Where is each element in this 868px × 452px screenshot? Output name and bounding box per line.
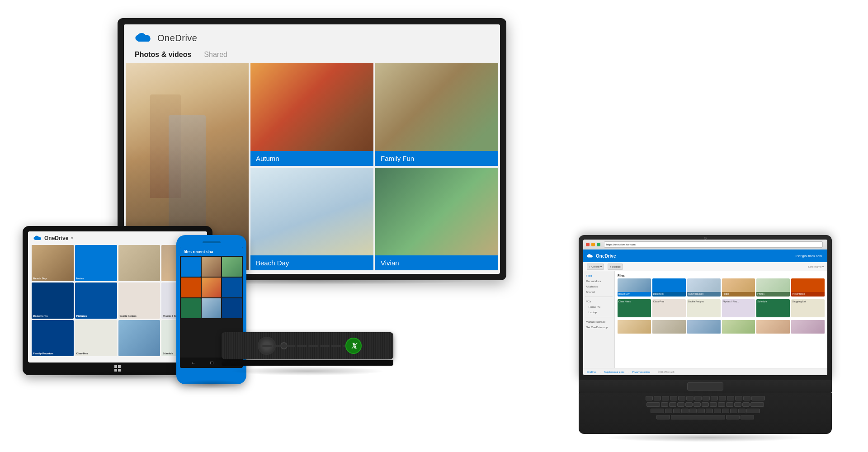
- file-tile-7[interactable]: Class Notes: [618, 299, 651, 317]
- toolbar-create-btn[interactable]: + Create ▾: [587, 264, 604, 270]
- key-ctrl[interactable]: [741, 415, 754, 419]
- tv-nav-photos[interactable]: Photos & videos: [135, 51, 191, 59]
- key-space[interactable]: [671, 415, 725, 419]
- sidebar-item-photos[interactable]: All photos: [585, 284, 613, 289]
- browser-max-btn[interactable]: [597, 243, 600, 246]
- tv-nav-shared[interactable]: Shared: [204, 51, 227, 59]
- key-caps[interactable]: [651, 409, 664, 413]
- file-tile-5[interactable]: Photos: [756, 278, 790, 297]
- browser-min-btn[interactable]: [591, 243, 595, 246]
- key-shift-r[interactable]: [746, 409, 760, 413]
- tile-documents[interactable]: Documents: [32, 282, 74, 319]
- key[interactable]: [661, 402, 668, 407]
- key[interactable]: [662, 396, 669, 400]
- file-tile-8[interactable]: Class-Pres: [652, 299, 686, 317]
- key[interactable]: [685, 402, 693, 407]
- file-tile-1[interactable]: Beach Day: [618, 278, 651, 297]
- key[interactable]: [654, 396, 661, 400]
- key[interactable]: [742, 402, 750, 407]
- tile-family-reunion[interactable]: Family Reunion: [32, 320, 74, 356]
- phone-tile-1[interactable]: [181, 257, 201, 277]
- phone-tile-9[interactable]: [222, 298, 242, 318]
- key[interactable]: [698, 409, 705, 413]
- file-tile-2[interactable]: Document: [652, 278, 686, 297]
- phone-tile-6[interactable]: [222, 278, 242, 297]
- laptop-touchpad[interactable]: [687, 382, 723, 391]
- key[interactable]: [722, 409, 729, 413]
- tv-photo-beach[interactable]: Beach Day: [250, 168, 373, 270]
- key[interactable]: [734, 402, 741, 407]
- sidebar-item-recent[interactable]: Recent docs: [585, 278, 613, 284]
- key[interactable]: [714, 409, 721, 413]
- phone-tile-3[interactable]: [222, 257, 242, 277]
- footer-supplemental-link[interactable]: Supplemental terms: [604, 371, 624, 373]
- phone-tile-2[interactable]: [202, 257, 222, 277]
- browser-url-bar[interactable]: https://onedrive.live.com: [604, 241, 823, 248]
- key-enter[interactable]: [750, 402, 764, 407]
- tile-photo-c[interactable]: [118, 320, 160, 356]
- tile-notes[interactable]: Notes: [75, 245, 117, 281]
- photo-thumb-5[interactable]: [756, 320, 790, 334]
- sidebar-item-shared[interactable]: Shared: [585, 289, 613, 295]
- phone-tile-4[interactable]: [181, 278, 201, 297]
- key[interactable]: [693, 402, 701, 407]
- sidebar-item-laptop[interactable]: Laptop: [585, 310, 613, 315]
- tv-photo-vivian[interactable]: Vivian: [375, 168, 498, 270]
- key[interactable]: [743, 396, 750, 400]
- key[interactable]: [735, 396, 742, 400]
- key[interactable]: [727, 396, 734, 400]
- key-tab[interactable]: [646, 402, 660, 407]
- key[interactable]: [646, 396, 653, 400]
- file-tile-12[interactable]: Shopping List: [791, 299, 825, 317]
- key[interactable]: [694, 396, 702, 400]
- key[interactable]: [669, 402, 676, 407]
- key[interactable]: [738, 409, 745, 413]
- file-tile-9[interactable]: Cookie Recipes: [687, 299, 721, 317]
- file-tile-3[interactable]: Family Reunion: [687, 278, 721, 297]
- key[interactable]: [670, 396, 677, 400]
- tile-beach-day[interactable]: Beach Day: [32, 245, 74, 281]
- sidebar-item-files[interactable]: Files: [585, 273, 613, 278]
- photo-thumb-1[interactable]: [618, 320, 651, 334]
- key-backspace[interactable]: [751, 396, 765, 400]
- sidebar-item-homepc[interactable]: Home PC: [585, 304, 613, 310]
- phone-back-btn[interactable]: ←: [191, 360, 195, 365]
- tile-photo-a[interactable]: [118, 245, 160, 281]
- key[interactable]: [710, 402, 717, 407]
- phone-tile-7[interactable]: [181, 298, 201, 318]
- key[interactable]: [706, 409, 713, 413]
- phone-tile-8[interactable]: [202, 298, 222, 318]
- tv-photo-autumn[interactable]: Autumn: [250, 63, 373, 166]
- tile-cookie-recipes[interactable]: Cookie Recipes: [118, 282, 160, 319]
- key[interactable]: [689, 409, 697, 413]
- tile-pictures[interactable]: Pictures: [75, 282, 117, 319]
- key[interactable]: [702, 402, 709, 407]
- key[interactable]: [730, 409, 737, 413]
- key[interactable]: [726, 402, 733, 407]
- phone-tile-5[interactable]: [202, 278, 222, 297]
- tv-photo-family-fun[interactable]: Family Fun: [375, 63, 498, 166]
- key[interactable]: [703, 396, 710, 400]
- photo-thumb-2[interactable]: [652, 320, 686, 334]
- toolbar-upload-btn[interactable]: ↑ Upload: [608, 264, 623, 270]
- footer-privacy-link[interactable]: Privacy & cookies: [632, 371, 650, 373]
- key[interactable]: [678, 396, 685, 400]
- photo-thumb-3[interactable]: [687, 320, 721, 334]
- footer-onedrive-link[interactable]: OneDrive: [587, 371, 596, 373]
- key[interactable]: [686, 396, 693, 400]
- sidebar-item-pc[interactable]: PCs: [585, 299, 613, 304]
- file-tile-6[interactable]: Presentation: [791, 278, 825, 297]
- key[interactable]: [677, 402, 684, 407]
- key[interactable]: [665, 409, 672, 413]
- key[interactable]: [673, 409, 680, 413]
- key-shift-l[interactable]: [656, 415, 670, 419]
- phone-home-btn[interactable]: □: [210, 360, 213, 365]
- key[interactable]: [719, 396, 726, 400]
- key-alt[interactable]: [726, 415, 740, 419]
- file-tile-11[interactable]: Schedule: [756, 299, 790, 317]
- file-tile-10[interactable]: Physics II Rec...: [722, 299, 755, 317]
- file-tile-4[interactable]: Folder: [722, 278, 755, 297]
- key[interactable]: [711, 396, 718, 400]
- photo-thumb-6[interactable]: [791, 320, 825, 334]
- sidebar-item-manage[interactable]: Manage storage: [585, 319, 613, 325]
